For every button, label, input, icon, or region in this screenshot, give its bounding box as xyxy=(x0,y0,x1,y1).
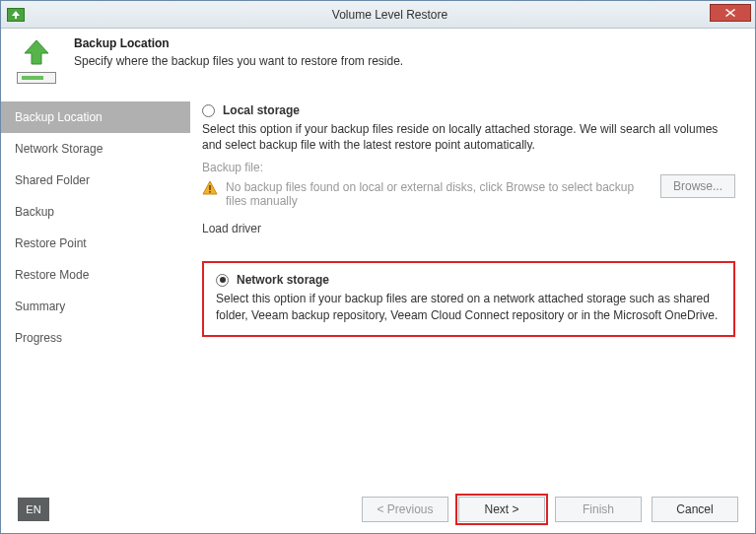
page-header: Backup Location Specify where the backup… xyxy=(1,29,755,98)
option-network-storage: Network storage Select this option if yo… xyxy=(202,261,735,336)
arrow-up-icon xyxy=(21,38,52,66)
sidebar-item-backup-location[interactable]: Backup Location xyxy=(1,101,190,133)
option-network-description: Select this option if your backup files … xyxy=(216,291,722,322)
option-network-title: Network storage xyxy=(237,273,329,287)
warning-text: No backup files found on local or extern… xyxy=(226,180,651,208)
sidebar-item-restore-point[interactable]: Restore Point xyxy=(1,228,190,259)
drive-icon xyxy=(17,72,56,84)
sidebar-item-network-storage[interactable]: Network Storage xyxy=(1,133,190,165)
next-button[interactable]: Next > xyxy=(458,497,545,522)
sidebar-item-summary[interactable]: Summary xyxy=(1,291,190,322)
option-local-storage: Local storage Select this option if your… xyxy=(202,103,735,235)
page-title: Backup Location xyxy=(74,36,747,50)
close-button[interactable] xyxy=(710,4,751,22)
load-driver-link[interactable]: Load driver xyxy=(202,222,735,235)
window-title: Volume Level Restore xyxy=(25,8,755,22)
browse-button[interactable]: Browse... xyxy=(660,174,735,198)
titlebar: Volume Level Restore xyxy=(1,1,755,29)
wizard-sidebar: Backup Location Network Storage Shared F… xyxy=(1,98,190,511)
svg-rect-0 xyxy=(209,185,211,190)
sidebar-item-progress[interactable]: Progress xyxy=(1,322,190,354)
warning-icon xyxy=(202,180,218,196)
sidebar-item-shared-folder[interactable]: Shared Folder xyxy=(1,165,190,196)
app-icon xyxy=(7,8,25,22)
sidebar-item-backup[interactable]: Backup xyxy=(1,196,190,228)
radio-network-storage[interactable] xyxy=(216,274,229,287)
finish-button[interactable]: Finish xyxy=(555,497,642,522)
previous-button[interactable]: < Previous xyxy=(362,497,448,522)
backup-file-label: Backup file: xyxy=(202,161,735,174)
cancel-button[interactable]: Cancel xyxy=(652,497,738,522)
content-pane: Local storage Select this option if your… xyxy=(190,98,755,511)
close-icon xyxy=(725,9,735,17)
page-subtitle: Specify where the backup files you want … xyxy=(74,54,747,68)
header-icon xyxy=(9,34,64,84)
radio-local-storage[interactable] xyxy=(202,104,215,117)
option-local-title: Local storage xyxy=(223,103,300,117)
wizard-footer: EN < Previous Next > Finish Cancel xyxy=(0,485,756,534)
language-indicator[interactable]: EN xyxy=(18,498,49,521)
sidebar-item-restore-mode[interactable]: Restore Mode xyxy=(1,259,190,291)
option-local-description: Select this option if your backup files … xyxy=(202,121,735,153)
svg-rect-1 xyxy=(209,191,211,193)
